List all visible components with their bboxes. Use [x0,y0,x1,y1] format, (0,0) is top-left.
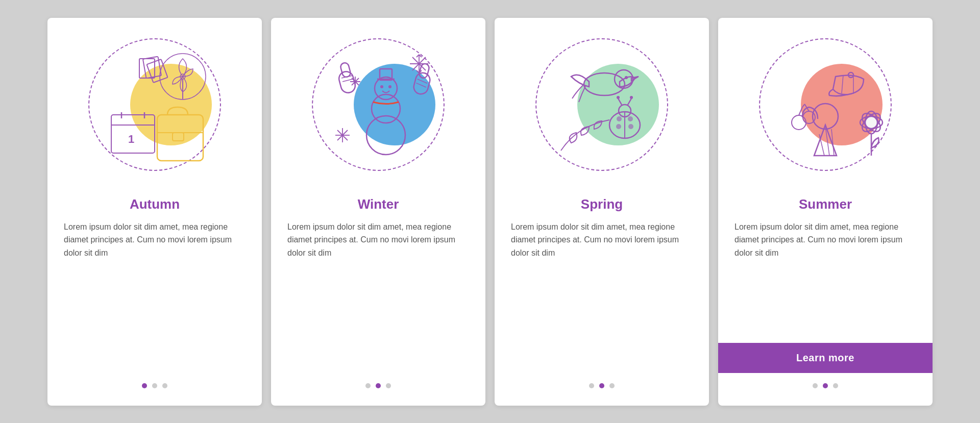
autumn-card: 1 Autumn Lorem ipsum dolor sit dim amet, [47,18,262,406]
svg-text:1: 1 [128,133,134,145]
winter-illustration [271,18,485,191]
winter-dot-1[interactable] [365,383,371,388]
svg-point-52 [616,124,621,129]
winter-svg [307,33,450,176]
spring-dot-2[interactable] [599,383,604,388]
autumn-dot-1[interactable] [142,383,147,388]
svg-line-74 [799,107,802,115]
svg-rect-22 [340,62,352,78]
spring-card: Spring Lorem ipsum dolor sit dim amet, m… [495,18,709,406]
svg-line-27 [417,79,428,83]
summer-desc: Lorem ipsum dolor sit dim amet, mea regi… [718,220,933,335]
winter-title: Winter [348,196,409,212]
spring-illustration [495,18,709,191]
svg-point-15 [372,94,400,123]
svg-point-18 [388,85,391,88]
autumn-title: Autumn [119,196,190,212]
svg-line-59 [819,134,824,156]
svg-point-17 [380,85,383,88]
spring-dot-3[interactable] [609,383,615,388]
spring-svg [530,33,673,176]
spring-desc: Lorem ipsum dolor sit dim amet, mea regi… [495,220,709,373]
summer-dot-2[interactable] [823,383,828,388]
autumn-illustration: 1 [47,18,262,191]
svg-line-55 [618,98,622,106]
autumn-dot-2[interactable] [152,383,157,388]
spring-dots [589,383,615,388]
svg-point-72 [792,115,806,130]
svg-line-28 [416,83,427,87]
svg-point-51 [628,116,633,121]
spring-title: Spring [571,196,633,212]
svg-rect-12 [143,56,161,78]
svg-point-53 [628,124,633,129]
svg-rect-10 [173,133,184,141]
spring-dot-1[interactable] [589,383,594,388]
autumn-desc: Lorem ipsum dolor sit dim amet, mea regi… [47,220,262,373]
autumn-dot-3[interactable] [162,383,167,388]
svg-line-56 [627,98,631,106]
winter-desc: Lorem ipsum dolor sit dim amet, mea regi… [271,220,485,373]
summer-dots [813,383,838,388]
svg-point-50 [617,116,622,121]
svg-point-14 [366,116,405,155]
svg-line-64 [842,75,843,93]
svg-point-73 [803,111,815,123]
winter-dot-2[interactable] [376,383,381,388]
winter-dots [365,383,391,388]
svg-point-45 [584,73,625,95]
svg-point-47 [625,76,628,79]
svg-rect-25 [412,71,432,95]
autumn-dots [142,383,167,388]
svg-point-70 [865,116,877,129]
cards-container: 1 Autumn Lorem ipsum dolor sit dim amet, [32,3,948,421]
autumn-svg: 1 [83,33,226,176]
svg-rect-13 [139,59,155,78]
svg-point-57 [617,96,620,99]
summer-dot-1[interactable] [813,383,818,388]
winter-card: Winter Lorem ipsum dolor sit dim amet, m… [271,18,485,406]
summer-svg [754,33,897,176]
winter-dot-3[interactable] [386,383,391,388]
summer-card: Summer Lorem ipsum dolor sit dim amet, m… [718,18,933,406]
svg-rect-21 [337,70,357,94]
summer-illustration [718,18,933,191]
learn-more-button[interactable]: Learn more [718,343,933,373]
summer-title: Summer [789,196,862,212]
summer-dot-3[interactable] [833,383,838,388]
svg-point-58 [630,96,633,99]
svg-rect-8 [157,115,203,161]
